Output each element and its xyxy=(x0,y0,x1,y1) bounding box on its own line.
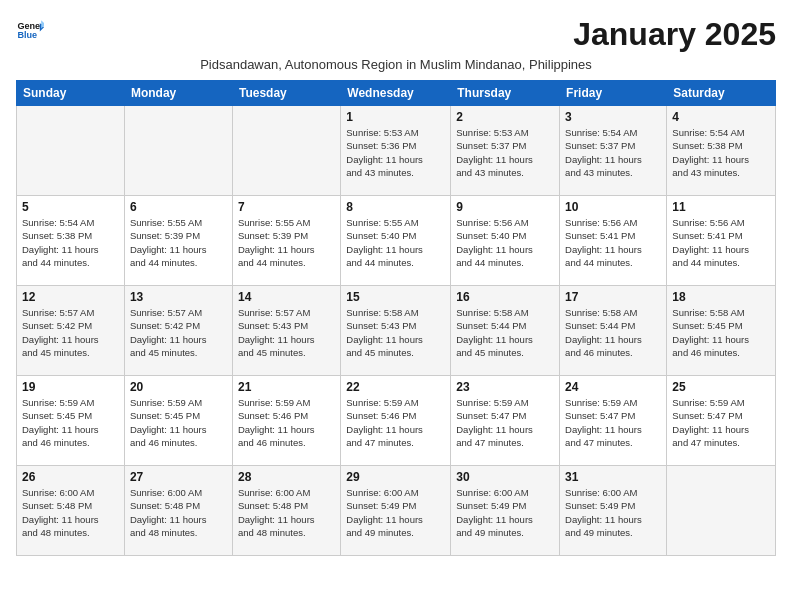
calendar-cell: 26Sunrise: 6:00 AM Sunset: 5:48 PM Dayli… xyxy=(17,466,125,556)
day-number: 3 xyxy=(565,110,661,124)
day-info: Sunrise: 6:00 AM Sunset: 5:48 PM Dayligh… xyxy=(238,486,335,539)
header-thursday: Thursday xyxy=(451,81,560,106)
header-friday: Friday xyxy=(560,81,667,106)
day-number: 18 xyxy=(672,290,770,304)
calendar-cell: 1Sunrise: 5:53 AM Sunset: 5:36 PM Daylig… xyxy=(341,106,451,196)
calendar-cell: 20Sunrise: 5:59 AM Sunset: 5:45 PM Dayli… xyxy=(124,376,232,466)
calendar-cell xyxy=(124,106,232,196)
calendar-cell: 27Sunrise: 6:00 AM Sunset: 5:48 PM Dayli… xyxy=(124,466,232,556)
calendar-cell: 17Sunrise: 5:58 AM Sunset: 5:44 PM Dayli… xyxy=(560,286,667,376)
calendar-cell: 6Sunrise: 5:55 AM Sunset: 5:39 PM Daylig… xyxy=(124,196,232,286)
calendar-title: January 2025 xyxy=(573,16,776,53)
week-row-5: 26Sunrise: 6:00 AM Sunset: 5:48 PM Dayli… xyxy=(17,466,776,556)
subtitle: Pidsandawan, Autonomous Region in Muslim… xyxy=(16,57,776,72)
header-row: SundayMondayTuesdayWednesdayThursdayFrid… xyxy=(17,81,776,106)
day-number: 20 xyxy=(130,380,227,394)
calendar-cell: 8Sunrise: 5:55 AM Sunset: 5:40 PM Daylig… xyxy=(341,196,451,286)
calendar-cell: 28Sunrise: 6:00 AM Sunset: 5:48 PM Dayli… xyxy=(232,466,340,556)
day-number: 10 xyxy=(565,200,661,214)
day-info: Sunrise: 5:54 AM Sunset: 5:38 PM Dayligh… xyxy=(672,126,770,179)
calendar-cell: 22Sunrise: 5:59 AM Sunset: 5:46 PM Dayli… xyxy=(341,376,451,466)
day-info: Sunrise: 5:56 AM Sunset: 5:41 PM Dayligh… xyxy=(565,216,661,269)
day-info: Sunrise: 5:59 AM Sunset: 5:47 PM Dayligh… xyxy=(672,396,770,449)
day-info: Sunrise: 5:54 AM Sunset: 5:38 PM Dayligh… xyxy=(22,216,119,269)
calendar-cell: 4Sunrise: 5:54 AM Sunset: 5:38 PM Daylig… xyxy=(667,106,776,196)
day-number: 15 xyxy=(346,290,445,304)
day-info: Sunrise: 5:55 AM Sunset: 5:40 PM Dayligh… xyxy=(346,216,445,269)
header-monday: Monday xyxy=(124,81,232,106)
calendar-cell: 14Sunrise: 5:57 AM Sunset: 5:43 PM Dayli… xyxy=(232,286,340,376)
day-number: 24 xyxy=(565,380,661,394)
day-number: 16 xyxy=(456,290,554,304)
page-header: General Blue January 2025 xyxy=(16,16,776,53)
day-info: Sunrise: 5:53 AM Sunset: 5:37 PM Dayligh… xyxy=(456,126,554,179)
day-number: 26 xyxy=(22,470,119,484)
day-number: 22 xyxy=(346,380,445,394)
day-info: Sunrise: 5:57 AM Sunset: 5:42 PM Dayligh… xyxy=(22,306,119,359)
day-info: Sunrise: 6:00 AM Sunset: 5:48 PM Dayligh… xyxy=(22,486,119,539)
day-number: 9 xyxy=(456,200,554,214)
day-number: 17 xyxy=(565,290,661,304)
day-info: Sunrise: 5:56 AM Sunset: 5:41 PM Dayligh… xyxy=(672,216,770,269)
day-info: Sunrise: 5:54 AM Sunset: 5:37 PM Dayligh… xyxy=(565,126,661,179)
svg-text:Blue: Blue xyxy=(17,30,37,40)
day-info: Sunrise: 5:59 AM Sunset: 5:46 PM Dayligh… xyxy=(238,396,335,449)
header-sunday: Sunday xyxy=(17,81,125,106)
day-info: Sunrise: 6:00 AM Sunset: 5:49 PM Dayligh… xyxy=(346,486,445,539)
calendar-cell: 11Sunrise: 5:56 AM Sunset: 5:41 PM Dayli… xyxy=(667,196,776,286)
day-number: 14 xyxy=(238,290,335,304)
header-tuesday: Tuesday xyxy=(232,81,340,106)
day-number: 6 xyxy=(130,200,227,214)
day-info: Sunrise: 5:57 AM Sunset: 5:43 PM Dayligh… xyxy=(238,306,335,359)
day-info: Sunrise: 5:58 AM Sunset: 5:44 PM Dayligh… xyxy=(456,306,554,359)
week-row-2: 5Sunrise: 5:54 AM Sunset: 5:38 PM Daylig… xyxy=(17,196,776,286)
day-number: 7 xyxy=(238,200,335,214)
day-info: Sunrise: 5:59 AM Sunset: 5:45 PM Dayligh… xyxy=(130,396,227,449)
day-number: 2 xyxy=(456,110,554,124)
calendar-cell: 24Sunrise: 5:59 AM Sunset: 5:47 PM Dayli… xyxy=(560,376,667,466)
logo-icon: General Blue xyxy=(16,16,44,44)
calendar-cell xyxy=(232,106,340,196)
day-number: 27 xyxy=(130,470,227,484)
day-number: 21 xyxy=(238,380,335,394)
calendar-cell: 7Sunrise: 5:55 AM Sunset: 5:39 PM Daylig… xyxy=(232,196,340,286)
calendar-cell: 18Sunrise: 5:58 AM Sunset: 5:45 PM Dayli… xyxy=(667,286,776,376)
day-number: 31 xyxy=(565,470,661,484)
calendar-cell: 13Sunrise: 5:57 AM Sunset: 5:42 PM Dayli… xyxy=(124,286,232,376)
day-info: Sunrise: 5:59 AM Sunset: 5:47 PM Dayligh… xyxy=(565,396,661,449)
day-number: 28 xyxy=(238,470,335,484)
calendar-cell: 19Sunrise: 5:59 AM Sunset: 5:45 PM Dayli… xyxy=(17,376,125,466)
day-info: Sunrise: 6:00 AM Sunset: 5:49 PM Dayligh… xyxy=(456,486,554,539)
day-info: Sunrise: 6:00 AM Sunset: 5:48 PM Dayligh… xyxy=(130,486,227,539)
day-number: 12 xyxy=(22,290,119,304)
calendar-cell: 5Sunrise: 5:54 AM Sunset: 5:38 PM Daylig… xyxy=(17,196,125,286)
calendar-cell xyxy=(17,106,125,196)
calendar-cell: 3Sunrise: 5:54 AM Sunset: 5:37 PM Daylig… xyxy=(560,106,667,196)
calendar-cell: 9Sunrise: 5:56 AM Sunset: 5:40 PM Daylig… xyxy=(451,196,560,286)
calendar-cell: 16Sunrise: 5:58 AM Sunset: 5:44 PM Dayli… xyxy=(451,286,560,376)
calendar-cell: 12Sunrise: 5:57 AM Sunset: 5:42 PM Dayli… xyxy=(17,286,125,376)
header-wednesday: Wednesday xyxy=(341,81,451,106)
day-number: 1 xyxy=(346,110,445,124)
day-info: Sunrise: 5:59 AM Sunset: 5:46 PM Dayligh… xyxy=(346,396,445,449)
day-number: 4 xyxy=(672,110,770,124)
day-number: 23 xyxy=(456,380,554,394)
day-info: Sunrise: 5:56 AM Sunset: 5:40 PM Dayligh… xyxy=(456,216,554,269)
calendar-cell: 21Sunrise: 5:59 AM Sunset: 5:46 PM Dayli… xyxy=(232,376,340,466)
header-saturday: Saturday xyxy=(667,81,776,106)
calendar-cell: 10Sunrise: 5:56 AM Sunset: 5:41 PM Dayli… xyxy=(560,196,667,286)
day-info: Sunrise: 5:58 AM Sunset: 5:45 PM Dayligh… xyxy=(672,306,770,359)
day-info: Sunrise: 5:58 AM Sunset: 5:43 PM Dayligh… xyxy=(346,306,445,359)
calendar-cell xyxy=(667,466,776,556)
day-number: 5 xyxy=(22,200,119,214)
calendar-cell: 29Sunrise: 6:00 AM Sunset: 5:49 PM Dayli… xyxy=(341,466,451,556)
day-info: Sunrise: 5:58 AM Sunset: 5:44 PM Dayligh… xyxy=(565,306,661,359)
day-info: Sunrise: 5:59 AM Sunset: 5:45 PM Dayligh… xyxy=(22,396,119,449)
week-row-1: 1Sunrise: 5:53 AM Sunset: 5:36 PM Daylig… xyxy=(17,106,776,196)
day-number: 29 xyxy=(346,470,445,484)
calendar-cell: 15Sunrise: 5:58 AM Sunset: 5:43 PM Dayli… xyxy=(341,286,451,376)
calendar-cell: 30Sunrise: 6:00 AM Sunset: 5:49 PM Dayli… xyxy=(451,466,560,556)
day-info: Sunrise: 5:55 AM Sunset: 5:39 PM Dayligh… xyxy=(130,216,227,269)
day-info: Sunrise: 6:00 AM Sunset: 5:49 PM Dayligh… xyxy=(565,486,661,539)
calendar-table: SundayMondayTuesdayWednesdayThursdayFrid… xyxy=(16,80,776,556)
